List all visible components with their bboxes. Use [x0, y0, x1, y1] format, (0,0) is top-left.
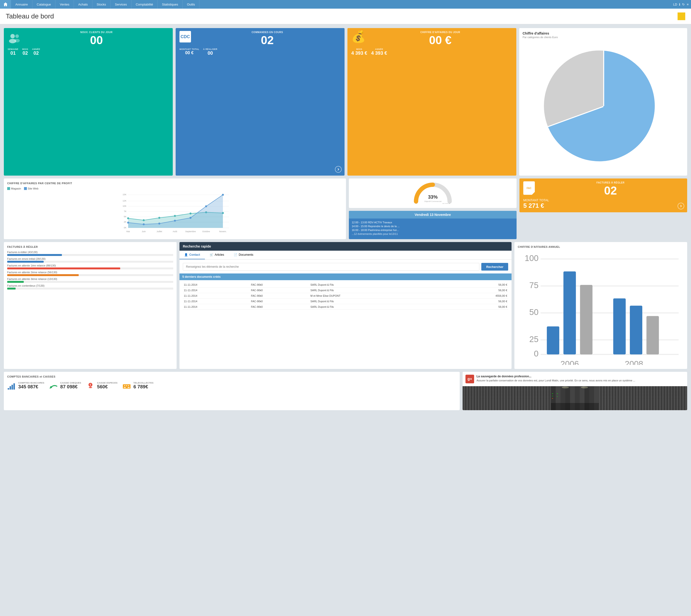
svg-rect-94 — [557, 396, 558, 397]
svg-rect-65 — [12, 385, 13, 390]
nav-ventes[interactable]: Ventes — [56, 0, 74, 9]
line-chart-wrap: 15K 12K 10K 7K 5K 2K 0K — [7, 192, 343, 236]
fac-montant-val: 5 271 € — [523, 202, 683, 210]
gauge-card: 33% Objectif Commercial 0 80 000 € — [349, 178, 517, 208]
realiser-label: À RÉALISER — [203, 48, 218, 50]
fourth-row: COMPTES BANCAIRES et CAISSES COMPTES BAN… — [4, 372, 687, 410]
svg-point-33 — [222, 194, 224, 196]
bank-telecollectes-val: 6 789€ — [133, 384, 154, 390]
svg-point-20 — [143, 219, 145, 221]
home-button[interactable] — [0, 0, 11, 9]
legend-magasin-label: Magasin — [11, 187, 21, 190]
ca-annee-label: ANNÉE — [371, 48, 387, 50]
documents-icon: 📄 — [234, 253, 237, 257]
fac-badge-text: FAC — [527, 187, 532, 190]
bank-item-especes: € CAISSE ESPECES 560€ — [86, 381, 118, 390]
nav-services[interactable]: Services — [111, 0, 131, 9]
annee-label: ANNÉE — [32, 48, 40, 50]
search-title: Recherche rapide — [183, 244, 211, 248]
svg-text:25: 25 — [529, 335, 538, 344]
user-initials[interactable]: LD — [673, 3, 677, 6]
svg-text:2008: 2008 — [625, 359, 643, 365]
svg-text:7K: 7K — [124, 210, 126, 213]
new-clients-value: 00 — [8, 35, 169, 46]
nav-comptabilite[interactable]: Comptabilité — [131, 0, 158, 9]
right-right-col: FAC FACTURES À RÉGLER 02 MONTANT TOTAL 5… — [519, 178, 687, 239]
nav-achats[interactable]: Achats — [74, 0, 92, 9]
ca-mois-val: 4 393 € — [351, 50, 367, 56]
svg-text:Objectif Commercial: Objectif Commercial — [424, 200, 441, 202]
search-button[interactable]: Rechercher — [481, 263, 508, 270]
svg-point-71 — [124, 385, 125, 386]
second-row: CHIFFRE D'AFFAIRES PAR CENTRE DE PROFIT … — [4, 178, 687, 239]
cal-label-3: Pashmina entreprise hor... — [368, 228, 399, 232]
inv-label-1: Factures en envoi initial (28/130) — [7, 257, 173, 260]
mois-val: 02 — [22, 50, 28, 56]
doc-ref: FAC-90k0 — [250, 304, 309, 310]
tab-documents[interactable]: 📄 Documents — [229, 251, 258, 259]
tab-articles[interactable]: 🛒 Articles — [205, 251, 229, 259]
svg-text:Août: Août — [173, 230, 177, 233]
svg-text:10K: 10K — [123, 205, 126, 207]
bank-item-telecollectes: TELECOLLECTES 6 789€ — [122, 381, 154, 390]
gauge-svg: 33% Objectif Commercial 0 80 000 € — [414, 182, 452, 204]
server-room-svg — [462, 386, 687, 410]
info-icon[interactable]: ℹ — [679, 3, 680, 6]
inv-row-0: Factures à éditer (43/130) — [7, 251, 173, 256]
svg-text:75: 75 — [529, 281, 538, 290]
inv-bar-5 — [7, 288, 16, 289]
google-body: Assurer la parfaite conservation de vos … — [476, 379, 635, 382]
bank-cheques-label: CAISSE CHEQUES — [60, 382, 81, 384]
pie-subtitle: Par catégories de clients Euro — [523, 36, 684, 39]
nav-catalogue[interactable]: Catalogue — [33, 0, 56, 9]
cal-time-3: 16:00 - 18:00 — [352, 228, 367, 232]
pie-title: Chiffre d'affaires — [523, 31, 684, 35]
nav-outils[interactable]: Outils — [182, 0, 199, 9]
refresh-icon[interactable]: ↻ — [682, 3, 685, 6]
server-room-image — [462, 386, 687, 410]
nav-annuaire[interactable]: Annuaire — [11, 0, 33, 9]
svg-rect-57 — [580, 285, 592, 354]
commandes-arrow[interactable] — [335, 166, 342, 173]
table-row: 11-11-2014 FAC-90k0 SARL Dupont & Fils 5… — [183, 304, 508, 310]
svg-text:80 000 €: 80 000 € — [442, 203, 450, 204]
semaine-val: 01 — [8, 50, 19, 56]
svg-rect-90 — [552, 393, 553, 394]
annual-chart-card: CHIFFRE D'AFFAIRES ANNUEL 100 75 50 25 0 — [514, 242, 687, 369]
doc-ref: FAC-90k0 — [250, 293, 309, 299]
bank-especes-label: CAISSE ESPECES — [97, 382, 118, 384]
menu-icon[interactable]: ≡ — [687, 3, 689, 6]
search-input-row: Rechercher — [183, 263, 508, 270]
svg-rect-70 — [123, 384, 131, 389]
chiffre-jour-value: 00 € — [351, 35, 513, 46]
main-content: NOUV. CLIENTS DU JOUR 00 SEMAINE 01 MOIS… — [0, 24, 691, 417]
inv-bar-2 — [7, 267, 120, 269]
commandes-label: COMMANDES EN COURS — [179, 31, 341, 34]
inv-row-1: Factures en envoi initial (28/130) — [7, 257, 173, 263]
svg-point-73 — [128, 385, 129, 386]
fac-arrow[interactable] — [677, 203, 684, 210]
bank-especes-icon: € — [86, 381, 95, 390]
google-text: La sauvegarde de données profession... A… — [476, 375, 635, 382]
nav-stocks[interactable]: Stocks — [92, 0, 111, 9]
google-title: La sauvegarde de données profession... — [476, 375, 635, 378]
nav-statistiques[interactable]: Statistiques — [158, 0, 182, 9]
yellow-square — [677, 13, 685, 20]
articles-icon: 🛒 — [210, 253, 213, 257]
svg-point-29 — [158, 223, 160, 224]
search-input[interactable] — [183, 263, 479, 270]
svg-point-21 — [158, 217, 160, 219]
tab-articles-label: Articles — [215, 253, 224, 257]
inv-row-5: Factures en contentieux (7/130) — [7, 284, 173, 289]
svg-point-30 — [174, 220, 176, 222]
chiffre-jour-label: CHIFFRE D'AFFAIRES DU JOUR — [351, 31, 513, 34]
svg-rect-75 — [128, 387, 130, 388]
fac-montant-label: MONTANT TOTAL — [523, 198, 683, 202]
search-tabs: 👤 Contact 🛒 Articles 📄 Documents — [179, 251, 512, 260]
docs-header: 5 derniers documents créés — [179, 273, 512, 280]
bank-items: COMPTES BANCAIRES 345 087€ CAISSE CHEQUE… — [7, 381, 456, 390]
tab-contact[interactable]: 👤 Contact — [179, 251, 205, 259]
svg-text:Novem.: Novem. — [219, 230, 226, 233]
doc-client: SARL Dupont & Fils — [309, 299, 449, 304]
svg-rect-89 — [551, 403, 599, 410]
